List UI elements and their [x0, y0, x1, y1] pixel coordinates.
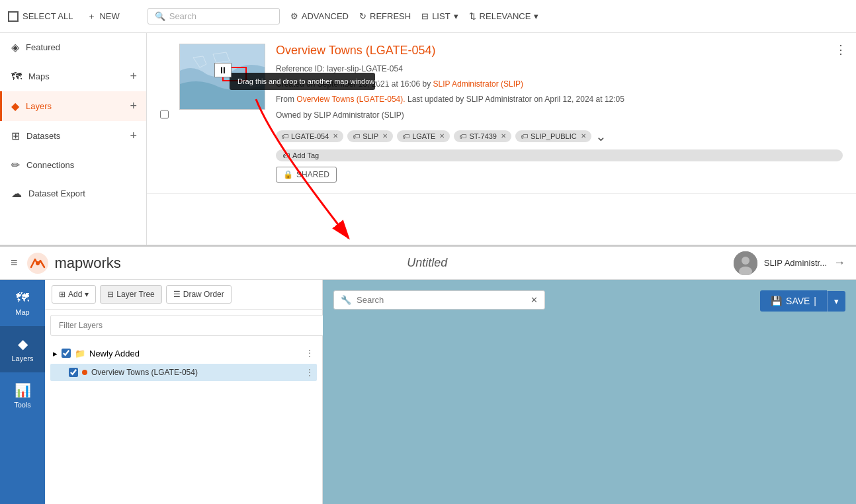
map-nav-icon: 🗺 [16, 290, 29, 306]
folder-icon: 📁 [75, 349, 85, 358]
tag-icon: 🏷 [281, 132, 288, 140]
bottom-nav-layers[interactable]: ◆ Layers [0, 326, 45, 372]
datasets-icon: ⊞ [11, 130, 20, 142]
advanced-button[interactable]: ⚙ ADVANCED [290, 11, 349, 21]
bottom-sidebar: 🗺 Map ◆ Layers 📊 Tools [0, 280, 45, 504]
tag-slip-public-remove[interactable]: ✕ [581, 132, 586, 140]
search-bar[interactable]: 🔍 Search [148, 8, 280, 24]
hamburger-menu[interactable]: ≡ [11, 256, 18, 270]
select-all-label: SELECT ALL [22, 11, 73, 21]
tree-item-checkbox[interactable] [69, 368, 78, 377]
wrench-icon: 🔧 [341, 295, 351, 305]
sidebar-item-maps[interactable]: 🗺 Maps + [0, 62, 146, 91]
draw-order-button[interactable]: ☰ Draw Order [166, 285, 232, 304]
datasets-add-icon[interactable]: + [130, 129, 137, 143]
add-layer-button[interactable]: ⊞ Add ▾ [52, 285, 96, 304]
layer-card-checkbox[interactable] [160, 46, 169, 183]
tag-icon: 🏷 [402, 132, 409, 140]
layer-tree: ▸ 📁 Newly Added ⋮ Overview Towns (LGATE-… [45, 341, 322, 504]
drag-tooltip: Drag this and drop to another map window… [230, 73, 375, 90]
maps-icon: 🗺 [11, 71, 22, 83]
tag-lgate: 🏷 LGATE ✕ [397, 130, 450, 142]
map-nav-label: Map [15, 308, 29, 316]
user-name: SLIP Administr... [764, 258, 827, 268]
map-area[interactable]: 🔧 ✕ 💾 SAVE | ▾ [323, 280, 856, 504]
user-avatar [734, 251, 757, 275]
layers-nav-label: Layers [11, 355, 33, 362]
featured-icon: ◈ [11, 41, 19, 54]
relevance-button[interactable]: ⇅ RELEVANCE ▾ [469, 11, 539, 21]
tag-lgate-remove[interactable]: ✕ [439, 132, 445, 140]
layers-icon: ◆ [11, 100, 19, 112]
sidebar-item-dataset-export[interactable]: ☁ Dataset Export [0, 179, 146, 208]
sidebar-item-connections[interactable]: ✏ Connections [0, 151, 146, 179]
tree-icon: ⊟ [107, 290, 114, 299]
bottom-body: 🗺 Map ◆ Layers 📊 Tools ⊞ Add ▾ ⊟ [0, 280, 856, 504]
map-title: Untitled [121, 256, 734, 270]
map-search-input[interactable] [357, 295, 525, 305]
card-menu-button[interactable]: ⋮ [835, 42, 847, 57]
group-menu-icon[interactable]: ⋮ [305, 348, 314, 358]
tag-icon: 🏷 [521, 132, 528, 140]
refresh-button[interactable]: ↻ REFRESH [359, 11, 411, 21]
tag-lgate054: 🏷 LGATE-054 ✕ [276, 130, 343, 142]
gear-icon: ⚙ [290, 11, 298, 21]
tree-group-newly-added: ▸ 📁 Newly Added ⋮ Overview Towns (LGATE-… [50, 344, 317, 381]
sidebar-label-layers: Layers [26, 101, 52, 111]
tag-icon: 🏷 [353, 132, 360, 140]
user-area: SLIP Administr... → [734, 251, 845, 275]
from-link[interactable]: Overview Towns (LGATE-054). [296, 95, 405, 104]
new-button[interactable]: ＋ NEW [83, 8, 123, 25]
sidebar-item-featured[interactable]: ◈ Featured [0, 33, 146, 62]
layer-info: Overview Towns (LGATE-054) Reference ID:… [276, 44, 843, 183]
created-by-link[interactable]: SLIP Administrator (SLIP) [433, 79, 524, 89]
add-tag-button[interactable]: 🏷 Add Tag [276, 149, 843, 161]
layer-card: ⏸ Drag this and drop to another map wind… [147, 33, 856, 194]
save-button[interactable]: 💾 SAVE | [760, 290, 827, 312]
tree-group-header[interactable]: ▸ 📁 Newly Added ⋮ [50, 344, 317, 362]
tree-item-overview-towns[interactable]: Overview Towns (LGATE-054) ⋮ [50, 364, 317, 381]
save-pipe: | [814, 296, 816, 306]
refresh-icon: ↻ [359, 11, 366, 21]
layers-add-icon[interactable]: + [130, 99, 137, 113]
logout-icon[interactable]: → [834, 256, 845, 270]
layer-title: Overview Towns (LGATE-054) [276, 44, 843, 58]
layer-tree-button[interactable]: ⊟ Layer Tree [100, 285, 161, 304]
tools-nav-icon: 📊 [15, 382, 31, 398]
tag-icon: 🏷 [459, 132, 466, 140]
tag-lgate054-remove[interactable]: ✕ [333, 132, 338, 140]
tag-slip: 🏷 SLIP ✕ [347, 130, 393, 142]
connections-icon: ✏ [11, 159, 20, 171]
save-dropdown-button[interactable]: ▾ [827, 291, 845, 312]
bottom-nav-tools[interactable]: 📊 Tools [0, 372, 45, 419]
expand-tags-icon[interactable]: ⌄ [595, 128, 607, 144]
drag-handle[interactable]: ⏸ [214, 63, 232, 77]
tools-nav-label: Tools [14, 401, 31, 409]
group-checkbox[interactable] [62, 349, 71, 358]
maps-add-icon[interactable]: + [130, 69, 137, 83]
svg-point-6 [742, 257, 749, 265]
select-all-button[interactable]: SELECT ALL [8, 11, 73, 22]
sidebar-label-datasets: Datasets [26, 131, 60, 141]
map-search-bar[interactable]: 🔧 ✕ [333, 290, 545, 310]
catalog-content: ⏸ Drag this and drop to another map wind… [147, 33, 856, 245]
layer-from: From Overview Towns (LGATE-054). Last up… [276, 93, 843, 106]
tag-slip-remove[interactable]: ✕ [382, 132, 388, 140]
select-all-checkbox[interactable] [8, 11, 19, 22]
sort-icon: ⇅ [469, 11, 476, 21]
filter-layers-input[interactable] [50, 315, 327, 336]
tree-item-menu-icon[interactable]: ⋮ [305, 367, 314, 378]
sidebar-item-datasets[interactable]: ⊞ Datasets + [0, 121, 146, 151]
tree-item-label: Overview Towns (LGATE-054) [91, 368, 301, 377]
tag-st7439-remove[interactable]: ✕ [501, 132, 506, 140]
tag-st7439: 🏷 ST-7439 ✕ [454, 130, 511, 142]
mapworks-logo-text: mapworks [55, 255, 121, 272]
list-button[interactable]: ⊟ LIST ▾ [421, 11, 458, 21]
shared-button[interactable]: 🔒 SHARED [276, 167, 337, 183]
add-icon: ⊞ [59, 290, 65, 299]
sidebar-item-layers[interactable]: ◆ Layers + [0, 91, 146, 121]
layer-panel: ⊞ Add ▾ ⊟ Layer Tree ☰ Draw Order ▸ [45, 280, 323, 504]
layer-owned: Owned by SLIP Administrator (SLIP) [276, 109, 843, 122]
map-search-clear-icon[interactable]: ✕ [531, 295, 538, 305]
bottom-nav-map[interactable]: 🗺 Map [0, 280, 45, 326]
